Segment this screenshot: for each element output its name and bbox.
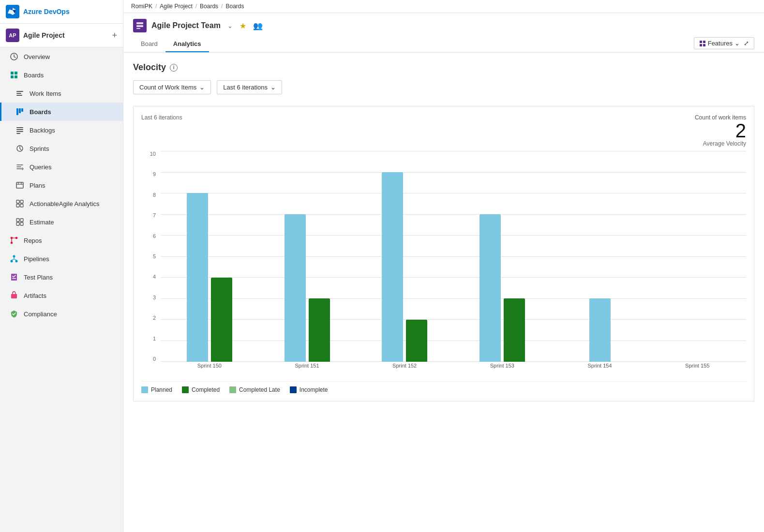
x-label-sprint155: Sprint 155 xyxy=(648,363,746,373)
tab-analytics[interactable]: Analytics xyxy=(165,36,209,52)
sprint-150-group xyxy=(161,151,258,362)
breadcrumb-agile-project[interactable]: Agile Project xyxy=(160,3,192,10)
features-button[interactable]: Features ⌄ ⤢ xyxy=(694,37,754,49)
nav-backlogs[interactable]: Backlogs xyxy=(0,121,123,139)
features-label: Features xyxy=(708,40,733,47)
project-add-button[interactable]: + xyxy=(112,30,117,41)
svg-rect-11 xyxy=(16,127,23,128)
sprint-153-group xyxy=(453,151,551,362)
svg-rect-2 xyxy=(15,72,17,74)
iteration-filter-chevron: ⌄ xyxy=(270,84,276,91)
iteration-filter-dropdown[interactable]: Last 6 iterations ⌄ xyxy=(217,80,282,94)
breadcrumb-boards2[interactable]: Boards xyxy=(225,3,244,10)
x-labels: Sprint 150 Sprint 151 Sprint 152 Sprint … xyxy=(161,363,746,373)
legend-incomplete-label: Incomplete xyxy=(300,386,328,393)
legend-planned: Planned xyxy=(141,386,172,393)
expand-icon[interactable]: ⤢ xyxy=(744,40,749,47)
nav-test-plans[interactable]: Test Plans xyxy=(0,268,123,286)
legend-planned-color xyxy=(141,386,148,393)
legend-completed-color xyxy=(182,386,189,393)
legend-completed: Completed xyxy=(182,386,220,393)
nav-repos[interactable]: Repos xyxy=(0,231,123,250)
y-label-10: 10 xyxy=(141,151,159,157)
legend-planned-label: Planned xyxy=(151,386,172,393)
repos-icon xyxy=(9,236,19,245)
svg-rect-10 xyxy=(21,108,23,112)
legend-completed-label: Completed xyxy=(192,386,220,393)
svg-rect-3 xyxy=(11,75,14,78)
svg-rect-9 xyxy=(19,108,21,113)
nav-compliance[interactable]: Compliance xyxy=(0,305,123,323)
backlogs-icon xyxy=(15,125,25,135)
svg-rect-4 xyxy=(15,75,17,78)
svg-rect-21 xyxy=(16,219,19,222)
sprint-151-bars xyxy=(285,151,330,362)
chart-legend: Planned Completed Completed Late Incompl… xyxy=(141,381,746,393)
info-icon[interactable]: i xyxy=(170,64,178,72)
metric-filter-chevron: ⌄ xyxy=(199,84,205,91)
nav-sprints[interactable]: Sprints xyxy=(0,139,123,158)
velocity-chart: Last 6 iterations Count of work items 2 … xyxy=(133,106,754,401)
project-name: Agile Project xyxy=(23,31,108,39)
breadcrumb-romipk[interactable]: RomiPK xyxy=(131,3,152,10)
nav-pipelines[interactable]: Pipelines xyxy=(0,250,123,268)
filter-row: Count of Work Items ⌄ Last 6 iterations … xyxy=(133,80,754,94)
nav-artifacts-label: Artifacts xyxy=(24,292,46,299)
breadcrumb-boards[interactable]: Boards xyxy=(200,3,218,10)
nav-work-items-label: Work Items xyxy=(30,90,61,97)
x-label-sprint151: Sprint 151 xyxy=(258,363,356,373)
star-icon[interactable]: ★ xyxy=(240,21,246,30)
sprint-152-bars xyxy=(382,151,427,362)
sprint-150-completed-bar xyxy=(211,278,232,362)
svg-rect-39 xyxy=(700,44,702,46)
sprint-150-bars xyxy=(187,151,232,362)
svg-rect-22 xyxy=(20,219,23,222)
nav-overview[interactable]: Overview xyxy=(0,47,123,66)
sprint-154-bars xyxy=(589,151,611,362)
nav-estimate[interactable]: Estimate xyxy=(0,213,123,231)
section-title: Velocity i xyxy=(133,62,754,73)
project-avatar: AP xyxy=(6,29,19,42)
svg-point-27 xyxy=(11,242,13,244)
team-chevron-icon[interactable]: ⌄ xyxy=(227,22,233,30)
y-label-6: 6 xyxy=(141,233,159,239)
nav-boards-section[interactable]: Boards xyxy=(0,66,123,84)
sprint-152-completed-bar xyxy=(406,320,427,362)
nav-boards[interactable]: Boards xyxy=(0,103,123,121)
nav-plans-label: Plans xyxy=(30,182,45,189)
x-label-sprint154: Sprint 154 xyxy=(551,363,649,373)
tab-board[interactable]: Board xyxy=(133,36,165,52)
analytics-section: Velocity i Count of Work Items ⌄ Last 6 … xyxy=(123,53,764,411)
iteration-filter-label: Last 6 iterations xyxy=(223,84,268,91)
svg-rect-33 xyxy=(11,294,17,298)
nav-estimate-label: Estimate xyxy=(30,219,54,226)
nav-work-items[interactable]: Work Items xyxy=(0,84,123,103)
nav-queries[interactable]: Queries xyxy=(0,158,123,176)
y-axis: 0 1 2 3 4 5 6 7 8 9 10 xyxy=(141,151,159,362)
nav-boards-label: Boards xyxy=(30,108,51,116)
boards-section-icon xyxy=(9,70,19,80)
project-header[interactable]: AP Agile Project + xyxy=(0,24,123,47)
svg-rect-32 xyxy=(12,278,16,279)
people-icon[interactable]: 👥 xyxy=(253,21,263,30)
breadcrumb: RomiPK / Agile Project / Boards / Boards xyxy=(123,0,764,13)
plans-icon xyxy=(15,180,25,190)
y-label-9: 9 xyxy=(141,171,159,177)
legend-incomplete: Incomplete xyxy=(290,386,328,393)
svg-rect-23 xyxy=(16,222,19,225)
svg-rect-8 xyxy=(16,108,18,115)
nav-artifacts[interactable]: Artifacts xyxy=(0,286,123,305)
nav-actionable[interactable]: ActionableAgile Analytics xyxy=(0,194,123,213)
main-content: RomiPK / Agile Project / Boards / Boards… xyxy=(123,0,764,532)
sprint-150-planned-bar xyxy=(187,193,208,362)
nav-queries-label: Queries xyxy=(30,163,52,171)
svg-rect-36 xyxy=(136,28,140,29)
artifacts-icon xyxy=(9,291,19,300)
metric-filter-dropdown[interactable]: Count of Work Items ⌄ xyxy=(133,80,211,94)
nav-plans[interactable]: Plans xyxy=(0,176,123,194)
actionable-icon xyxy=(15,199,25,208)
chart-label-left: Last 6 iterations xyxy=(141,114,182,121)
overview-icon xyxy=(9,52,19,61)
team-icon xyxy=(133,19,147,32)
nav-pipelines-label: Pipelines xyxy=(24,255,49,263)
